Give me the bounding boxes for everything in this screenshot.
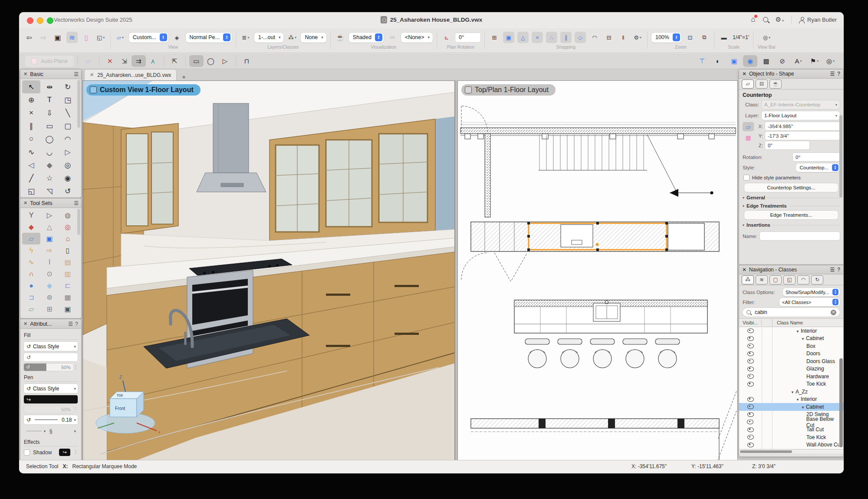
- visibility-eye-icon[interactable]: [747, 382, 754, 387]
- push-pull-tool[interactable]: ⇩: [40, 106, 59, 119]
- selection-tool[interactable]: ↖: [22, 80, 40, 93]
- zoom-tool[interactable]: ⊕: [22, 93, 40, 106]
- close-window-button[interactable]: [27, 17, 33, 24]
- projection-dropdown[interactable]: Normal Pe...▲▼: [186, 33, 232, 43]
- search-icon[interactable]: [763, 17, 768, 22]
- angle-snap-toggle[interactable]: △: [517, 32, 529, 43]
- show-objects-toggle[interactable]: ◉: [743, 55, 757, 67]
- unified-view-toggle[interactable]: ▣: [727, 55, 741, 67]
- cable-toolset[interactable]: ∿: [22, 256, 40, 268]
- class-row-cabinet[interactable]: ▼Cabinet: [739, 403, 843, 411]
- data-bar-toggle[interactable]: ⊤: [695, 55, 709, 67]
- fastener-toolset[interactable]: ⊙: [40, 268, 59, 280]
- double-line-tool[interactable]: ∥: [22, 119, 40, 132]
- oval-tool[interactable]: ◯: [40, 132, 59, 145]
- active-class-dropdown[interactable]: None▾: [301, 33, 326, 43]
- class-row-interior[interactable]: ▼Interior: [739, 396, 843, 403]
- class-list-scrollbar[interactable]: [839, 358, 843, 447]
- zoom-window-button[interactable]: [47, 17, 53, 24]
- palette-help-icon[interactable]: ?: [75, 321, 78, 327]
- quick-preferences-button[interactable]: ◎▾: [823, 55, 838, 67]
- expand-triangle-icon[interactable]: ▼: [801, 337, 805, 341]
- unrestricted-interactive-mode[interactable]: ✕: [103, 55, 117, 67]
- marker-style-dropdown[interactable]: ▾: [54, 426, 78, 436]
- rectangle-tool[interactable]: ▭: [40, 119, 59, 132]
- plan-rotation-axes-icon[interactable]: ⊾: [441, 32, 452, 43]
- class-list-horizontal-scrollbar[interactable]: [739, 449, 843, 453]
- layer-scale-value[interactable]: 1/4"=1': [733, 34, 749, 40]
- 3d-dragging-mode[interactable]: ⋏: [146, 55, 160, 67]
- visibility-eye-icon[interactable]: [747, 336, 754, 341]
- forward-button[interactable]: ⇨: [38, 32, 49, 43]
- grid-icon-button[interactable]: ▦: [743, 133, 754, 142]
- double-polygon-tool[interactable]: ◁: [22, 159, 40, 172]
- smart-edge-snap-toggle[interactable]: ∥: [560, 32, 572, 43]
- visibility-eye-icon[interactable]: [747, 328, 754, 333]
- delete-tool[interactable]: ×: [22, 106, 40, 119]
- projection-cube-icon[interactable]: ◈: [171, 32, 183, 43]
- signage-toolset[interactable]: ⇨: [40, 245, 59, 256]
- visibility-eye-icon[interactable]: [747, 374, 754, 379]
- close-panel-icon[interactable]: ✕: [742, 71, 746, 77]
- insertions-section[interactable]: ▾Insertions: [743, 222, 840, 228]
- inspect-toolset[interactable]: ◍: [59, 209, 77, 221]
- site-design-toolset[interactable]: ▱: [22, 303, 40, 315]
- class-row-doors-glass[interactable]: Doors Glass: [739, 357, 843, 365]
- edge-treatments-button[interactable]: Edge Treatments...: [744, 211, 838, 219]
- flag-display-toggle[interactable]: ⚑▾: [807, 55, 822, 67]
- object-info-header[interactable]: ✕ Object Info - Shape ☰ ?: [739, 69, 843, 79]
- panel-menu-icon[interactable]: ☰: [830, 71, 835, 77]
- pause-snapping-button[interactable]: ‖: [618, 32, 629, 43]
- data-visualization-glasses-icon[interactable]: ∞: [387, 32, 398, 43]
- structural-steel-toolset[interactable]: I: [40, 256, 59, 268]
- design-layers-tab[interactable]: ≋: [756, 275, 768, 284]
- class-row-base-below-cut[interactable]: Base Below Cut: [739, 418, 843, 426]
- connector-toolset[interactable]: ⊞: [40, 303, 59, 315]
- clear-search-icon[interactable]: ✕: [831, 310, 836, 315]
- reshape-tool[interactable]: ◹: [40, 185, 59, 198]
- classes-tab[interactable]: ⁂: [742, 275, 754, 284]
- y-coordinate-field[interactable]: -17'3 3/4": [765, 132, 840, 140]
- spiral-tool[interactable]: ◎: [59, 159, 77, 172]
- navigation-header[interactable]: ✕ Navigation - Classes ☰ ?: [739, 265, 843, 274]
- expand-triangle-icon[interactable]: ▼: [796, 398, 799, 402]
- class-row-toe-kick[interactable]: Toe Kick: [739, 433, 843, 441]
- object-info-scrollbar[interactable]: [839, 115, 842, 198]
- glazing-toolset[interactable]: ▱: [22, 233, 40, 245]
- panel-help-icon[interactable]: ?: [837, 267, 840, 273]
- saved-views-icon[interactable]: ▱▾: [115, 32, 126, 43]
- close-palette-icon[interactable]: ✕: [23, 321, 27, 327]
- basic-palette-header[interactable]: ✕ Basic ☰: [20, 69, 81, 79]
- visibility-eye-icon[interactable]: [747, 359, 754, 364]
- 3d-modeling-toolset[interactable]: Y: [22, 209, 40, 221]
- symbol-scaling-mode[interactable]: ⊓: [240, 55, 254, 67]
- snapping-settings-button[interactable]: ⚙▾: [632, 32, 643, 43]
- polygon-marquee-mode[interactable]: ▷: [218, 55, 232, 67]
- gis-toolset[interactable]: ●: [22, 280, 40, 291]
- palette-menu-icon[interactable]: ☰: [74, 71, 78, 77]
- layers-stack-button[interactable]: ≋: [66, 32, 78, 43]
- class-row-doors[interactable]: Doors: [739, 350, 843, 358]
- select-similar-tool[interactable]: ◉: [59, 172, 77, 185]
- planar-mode-button[interactable]: ▱: [81, 55, 95, 67]
- polygon-tool[interactable]: ▷: [59, 145, 77, 159]
- lasso-marquee-mode[interactable]: ◯: [204, 55, 218, 67]
- interactive-scaling-mode[interactable]: ⇱: [168, 55, 182, 67]
- filter-dropdown[interactable]: <All Classes>▲▼: [779, 298, 840, 306]
- user-account-button[interactable]: Ryan Butler: [799, 17, 837, 23]
- shape-tab[interactable]: ▱: [742, 79, 754, 89]
- export-sheet-button[interactable]: ◱▾: [95, 32, 106, 43]
- viewport-plan[interactable]: Top/Plan 1-Floor Layout: [457, 80, 738, 460]
- class-row-glazing[interactable]: Glazing: [739, 365, 843, 373]
- class-row-box[interactable]: Box: [739, 342, 843, 350]
- render-mode-dropdown[interactable]: Shaded▲▼: [349, 33, 384, 43]
- grid-snap-toggle[interactable]: ⊞: [489, 32, 500, 43]
- home-notifications-icon[interactable]: ⌂: [751, 15, 755, 24]
- line-style-dropdown[interactable]: ▾: [24, 426, 47, 436]
- back-button[interactable]: ⇦: [23, 32, 35, 43]
- hide-style-parameters-checkbox[interactable]: [743, 175, 750, 181]
- active-layer-dropdown[interactable]: 1-...out▾: [254, 33, 283, 43]
- image-effects-button[interactable]: ▩: [759, 55, 773, 67]
- close-tab-icon[interactable]: ✕: [90, 72, 94, 78]
- visibility-eye-icon[interactable]: [747, 404, 754, 409]
